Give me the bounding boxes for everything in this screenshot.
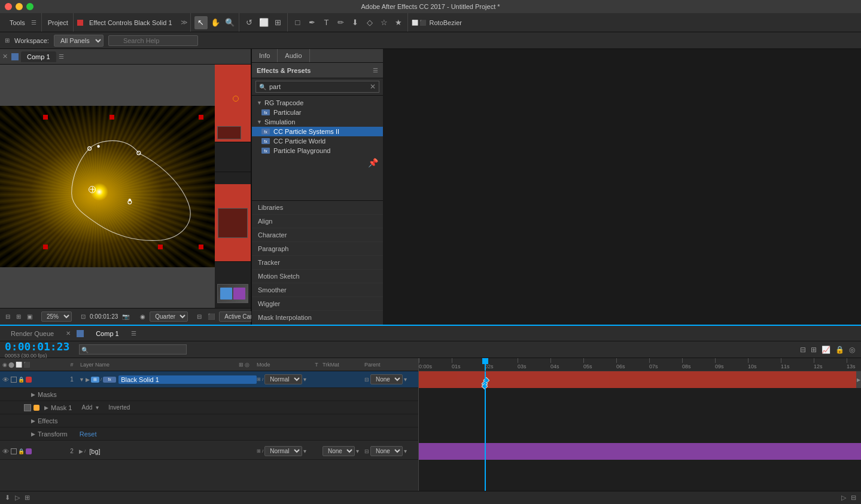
color-indicator[interactable]: ◉ (138, 313, 147, 320)
selection-handle-tc[interactable] (109, 115, 114, 120)
mask1-arrow-icon[interactable]: ▶ (44, 405, 48, 411)
puppet-tool-button[interactable]: ⊞ (272, 16, 285, 29)
tree-item-cc-particle-world[interactable]: fx CC Particle World (252, 136, 383, 146)
search-help-input[interactable] (108, 35, 198, 46)
search-clear-icon[interactable]: ✕ (370, 83, 376, 91)
panel-item-libraries[interactable]: Libraries (252, 201, 383, 215)
tab-comp1[interactable]: Comp 1 (21, 51, 56, 62)
tools-menu-icon[interactable]: ☰ (31, 19, 36, 26)
roto-tool-button[interactable]: ☆ (378, 16, 391, 29)
timeline-search-input[interactable] (79, 344, 187, 355)
tl-lock-btn[interactable]: 🔒 (834, 346, 845, 354)
rotate-tool-button[interactable]: ↺ (243, 16, 256, 29)
zoom-tool-button[interactable]: 🔍 (223, 16, 236, 29)
col-label-header-icon[interactable]: ⬛ (23, 362, 30, 368)
tree-item-simulation[interactable]: ▼ Simulation (252, 117, 383, 127)
paint-tool-button[interactable]: ✏ (334, 16, 348, 29)
sub-row-transform[interactable]: ▶ Transform Reset (0, 427, 418, 441)
layer-2-parent-dropdown[interactable]: None (370, 446, 403, 456)
track-layer-1[interactable] (419, 371, 861, 388)
layer-1-parent-link-icon[interactable]: ⊟ (364, 377, 369, 383)
pin-icon[interactable]: 📌 (368, 158, 378, 167)
transform-arrow-icon[interactable]: ▶ (31, 431, 35, 437)
footer-play-btn[interactable]: ▷ (841, 494, 846, 502)
layer-1-mode-dropdown[interactable]: Normal (264, 374, 302, 384)
puppet-pin-button[interactable]: ★ (392, 16, 405, 29)
layer-1-lock-icon[interactable]: 🔒 (18, 377, 25, 383)
type-tool-button[interactable]: T (320, 16, 333, 29)
layer-1-name[interactable]: Black Solid 1 (118, 375, 257, 384)
timeline-menu-icon[interactable]: ☰ (131, 330, 136, 337)
comp-always-preview-btn[interactable]: ⊟ (4, 313, 12, 320)
camera-tool-button[interactable]: ⬜ (257, 16, 270, 29)
tl-motion-blur-btn[interactable]: ⊞ (810, 346, 818, 354)
panel-item-motion-sketch[interactable]: Motion Sketch (252, 270, 383, 283)
panel-item-wiggler[interactable]: Wiggler (252, 297, 383, 311)
sub-row-effects[interactable]: ▶ Effects (0, 414, 418, 427)
transform-reset-link[interactable]: Reset (80, 430, 97, 438)
tree-item-cc-particle-systems[interactable]: fx CC Particle Systems II (252, 127, 383, 136)
panel-item-tracker[interactable]: Tracker (252, 256, 383, 270)
zoom-dropdown[interactable]: 25% (41, 311, 72, 322)
layer-2-lock-icon[interactable]: 🔒 (18, 448, 25, 454)
pen-tool-button[interactable]: ✒ (306, 16, 319, 29)
selection-handle-bc[interactable] (158, 245, 163, 249)
selection-handle-br[interactable] (199, 245, 203, 249)
panel-close-icon[interactable]: ✕ (2, 53, 8, 60)
panel-item-paragraph[interactable]: Paragraph (252, 242, 383, 256)
footer-add-marker-icon[interactable]: ⬇ (5, 494, 10, 502)
panel-item-align[interactable]: Align (252, 215, 383, 228)
layer-2-switch-icon[interactable]: / (84, 448, 86, 454)
tl-graph-editor-btn[interactable]: 📈 (820, 346, 832, 354)
layer-1-expand-icon[interactable]: ▼ (79, 377, 84, 383)
selection-handle-bl[interactable] (43, 245, 48, 249)
time-indicator[interactable]: 0:00:01:23 (5, 340, 77, 353)
proxy-btn[interactable]: ⊟ (195, 313, 203, 320)
mini-comp-preview[interactable] (217, 284, 248, 303)
layer-2-link-icon[interactable]: ⊞ (257, 448, 261, 454)
track-layer-2[interactable] (419, 443, 861, 460)
minimize-button[interactable] (16, 3, 23, 10)
window-controls[interactable] (5, 3, 34, 10)
hand-tool-button[interactable]: ✋ (209, 16, 222, 29)
layer-2-expand-icon[interactable]: ▶ (79, 448, 83, 454)
selection-handle-tr[interactable] (199, 115, 203, 120)
panel-menu-icon[interactable]: ≫ (181, 19, 188, 26)
tab-audio[interactable]: Audio (278, 49, 309, 62)
col-solo-header-icon[interactable]: ⬤ (8, 362, 14, 368)
col-lock-header-icon[interactable]: ⬜ (16, 362, 22, 368)
rect-mask-button[interactable]: □ (291, 16, 305, 29)
mask1-checkbox[interactable] (24, 404, 31, 411)
hide-shy-icon[interactable]: ◉ (2, 362, 7, 368)
layer-2-parent-arrow[interactable]: ▾ (404, 448, 407, 454)
panel-item-character[interactable]: Character (252, 228, 383, 242)
layer-1-solo-icon[interactable] (11, 377, 17, 383)
tab-info[interactable]: Info (252, 49, 278, 62)
comp-grid-btn[interactable]: ▣ (25, 313, 34, 320)
timeline-tracks[interactable]: 0:00s 01s 02s 03s 04s 05s 06s 07s 08s 09… (419, 358, 861, 491)
tab-comp1-timeline[interactable]: Comp 1 (90, 328, 125, 339)
masks-arrow-icon[interactable]: ▶ (31, 392, 35, 398)
layer-1-paint-icon[interactable]: / (101, 377, 102, 382)
layer-2-trkmat-dropdown[interactable]: None (323, 446, 355, 456)
layer-1-parent-dropdown[interactable]: None (370, 374, 403, 384)
camera-icon[interactable]: 📷 (120, 313, 131, 320)
layer-1-sw-icon[interactable]: / (262, 377, 263, 382)
layer-2-eye-icon[interactable]: 👁 (1, 448, 10, 455)
layer-1-eye-icon[interactable]: 👁 (1, 376, 10, 383)
layer-1-fx-label[interactable]: fx (103, 377, 116, 383)
layer-1-solo-icon2[interactable]: ▶ (86, 377, 90, 383)
maximize-button[interactable] (26, 3, 34, 10)
effects-arrow-icon[interactable]: ▶ (31, 418, 35, 424)
thumbnail-1[interactable] (215, 65, 251, 142)
layer-1-link-icon[interactable]: ⊞ (257, 377, 261, 382)
layer-1-parent-arrow[interactable]: ▾ (404, 376, 407, 383)
search-effects-input[interactable] (255, 81, 379, 93)
layer-2-solo-icon[interactable] (11, 448, 17, 454)
mask1-add-arrow[interactable]: ▾ (96, 404, 99, 411)
panel-item-mask-interpolation[interactable]: Mask Interpolation (252, 311, 383, 325)
quality-dropdown[interactable]: Quarter (150, 311, 188, 322)
region-btn[interactable]: ⬛ (206, 313, 217, 320)
comp-transparency-btn[interactable]: ⊞ (14, 313, 23, 320)
footer-zoom-icon[interactable]: ⊟ (851, 494, 856, 502)
